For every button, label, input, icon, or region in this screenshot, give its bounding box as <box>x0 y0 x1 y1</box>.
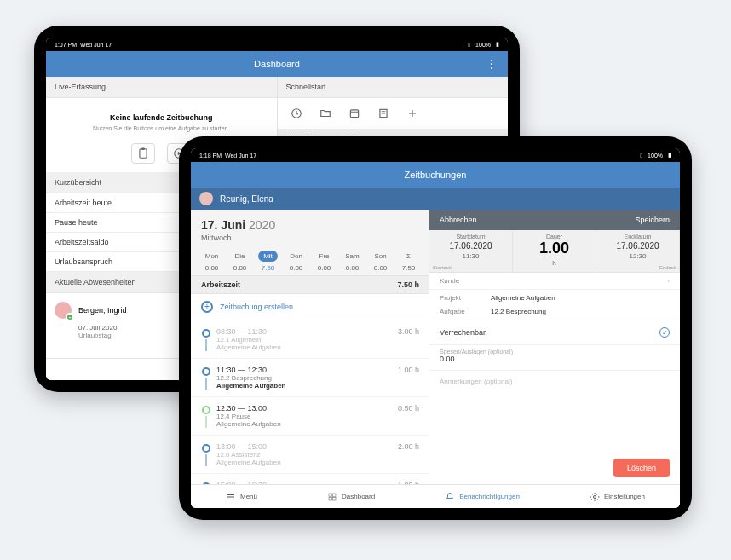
week-day[interactable]: Die0.00 <box>226 251 254 272</box>
menu-icon <box>226 492 236 502</box>
task-select-button[interactable] <box>131 143 155 164</box>
wifi-icon: 􀙇 <box>641 153 643 159</box>
billable-toggle[interactable]: Verrechenbar ✓ <box>429 320 680 345</box>
absence-name: Bergen, Ingrid <box>78 306 127 315</box>
avatar <box>199 192 213 205</box>
plus-icon <box>406 107 418 119</box>
week-row: Mon0.00Die0.00Mit7.50Don0.00Fre0.00Sam0.… <box>191 245 429 275</box>
app-bar: Dashboard ⋮ <box>46 51 508 77</box>
quickstart-header: Schnellstart <box>278 77 509 98</box>
time-entry[interactable]: 13:00 — 15:00 12.6 Assistenz Allgemeine … <box>191 436 429 474</box>
status-badge-icon: + <box>66 313 74 321</box>
week-day[interactable]: Son0.00 <box>366 251 394 272</box>
quick-project-button[interactable] <box>319 107 332 120</box>
svg-rect-0 <box>140 149 147 159</box>
svg-point-10 <box>593 495 596 498</box>
check-circle-icon: ✓ <box>659 327 670 338</box>
week-day[interactable]: Sam0.00 <box>338 251 366 272</box>
quick-calendar-button[interactable] <box>348 107 361 120</box>
entries-list: 08:30 — 11:30 12.1 Allgemein Allgemeine … <box>191 320 429 484</box>
week-day[interactable]: Σ7.50 <box>394 251 423 272</box>
no-booking-title: Keine laufende Zeitbuchung <box>55 113 268 122</box>
quick-expense-button[interactable] <box>377 107 390 120</box>
expense-field[interactable]: Spesen/Auslagen (optional) 0.00 <box>429 345 680 371</box>
week-day[interactable]: Mit7.50 <box>254 251 282 272</box>
folder-icon <box>319 107 331 119</box>
clipboard-icon <box>137 147 149 159</box>
tablet-timebooking: 1:18 PM Wed Jun 17 􀙇100%▮ Zeitbuchungen … <box>179 136 692 520</box>
app-title: Zeitbuchungen <box>405 170 467 180</box>
status-bar: 1:18 PM Wed Jun 17 􀙇100%▮ <box>191 148 680 162</box>
create-booking-button[interactable]: + Zeitbuchung erstellen <box>191 294 429 320</box>
time-entry[interactable]: 08:30 — 11:30 12.1 Allgemein Allgemeine … <box>191 320 429 359</box>
wifi-icon: 􀙇 <box>469 42 471 48</box>
receipt-icon <box>377 107 389 119</box>
dashboard-icon <box>327 492 337 502</box>
time-entry[interactable]: 15:00 — 16:30 12.2 Besprechung Allgemein… <box>191 474 429 484</box>
svg-rect-6 <box>329 494 332 497</box>
svg-rect-9 <box>333 497 337 500</box>
app-title: Dashboard <box>254 59 300 69</box>
svg-rect-1 <box>142 148 146 150</box>
avatar: + <box>55 302 72 319</box>
quick-add-button[interactable] <box>406 107 419 120</box>
time-entry[interactable]: 11:30 — 12:30 12.2 Besprechung Allgemein… <box>191 359 429 397</box>
svg-rect-7 <box>333 494 337 497</box>
bottom-nav: Menü Dashboard Benachrichtigungen Einste… <box>191 484 680 508</box>
live-header: Live-Erfassung <box>46 77 277 98</box>
projekt-row[interactable]: Projekt Allgemeine Aufgaben <box>429 290 680 303</box>
plus-circle-icon: + <box>201 301 213 313</box>
gear-icon <box>590 492 600 502</box>
more-icon[interactable]: ⋮ <box>486 57 498 71</box>
time-entry[interactable]: 12:30 — 13:00 12.4 Pause Allgemeine Aufg… <box>191 397 429 436</box>
kunde-row[interactable]: Kunde › <box>429 273 680 290</box>
svg-rect-8 <box>329 497 332 500</box>
duration-cell[interactable]: Dauer 1.00 h <box>513 230 596 272</box>
battery-icon: ▮ <box>496 41 499 48</box>
week-day[interactable]: Don0.00 <box>282 251 310 272</box>
chevron-right-icon: › <box>667 277 670 285</box>
calendar-icon <box>348 107 360 119</box>
delete-button[interactable]: Löschen <box>613 459 670 477</box>
no-booking-hint: Nutzen Sie die Buttons um eine Aufgabe z… <box>55 125 268 131</box>
status-bar: 1:07 PM Wed Jun 17 􀙇100%▮ <box>46 38 508 51</box>
week-day[interactable]: Mon0.00 <box>198 251 226 272</box>
nav-notifications[interactable]: Benachrichtigungen <box>445 492 520 502</box>
aufgabe-row[interactable]: Aufgabe 12.2 Besprechung <box>429 303 680 320</box>
editor-bar: Abbrechen Speichern <box>429 210 680 230</box>
clock-icon <box>291 107 302 119</box>
week-day[interactable]: Fre0.00 <box>310 251 338 272</box>
nav-settings[interactable]: Einstellungen <box>590 492 645 502</box>
date-header: 17. Juni 2020 Mittwoch <box>191 210 429 245</box>
battery-icon: ▮ <box>668 152 671 159</box>
user-name: Reunig, Elena <box>220 194 273 204</box>
save-button[interactable]: Speichern <box>635 216 670 224</box>
bell-icon <box>445 492 455 502</box>
user-bar[interactable]: Reunig, Elena <box>191 188 680 210</box>
svg-rect-4 <box>350 110 358 118</box>
notes-field[interactable]: Anmerkungen (optional) <box>429 371 680 392</box>
total-row: Arbeitszeit7.50 h <box>191 275 429 294</box>
quick-time-button[interactable] <box>290 107 303 120</box>
nav-menu[interactable]: Menü <box>226 492 257 502</box>
app-bar: Zeitbuchungen <box>191 162 680 188</box>
cancel-button[interactable]: Abbrechen <box>440 216 477 224</box>
nav-dashboard[interactable]: Dashboard <box>327 492 375 502</box>
